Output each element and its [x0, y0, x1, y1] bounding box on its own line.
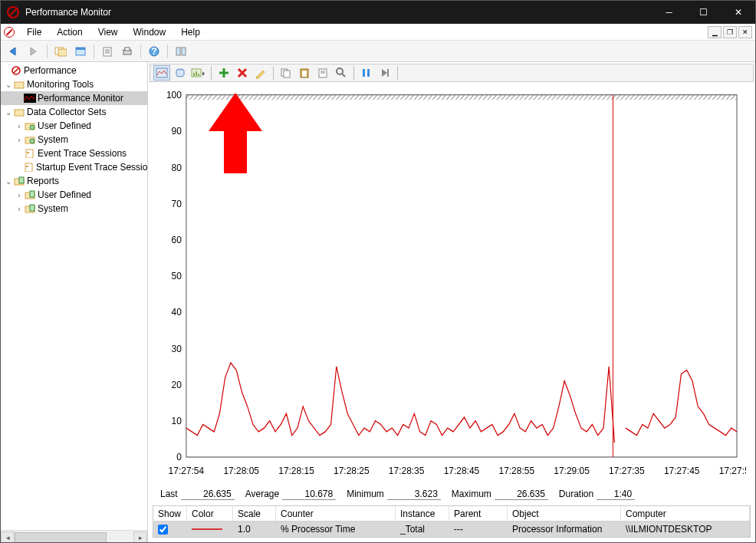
tree-monitoring-tools[interactable]: ⌄ Monitoring Tools [1, 77, 147, 91]
svg-text:17:27:53: 17:27:53 [719, 466, 746, 477]
minimize-button[interactable]: ─ [652, 1, 686, 24]
svg-text:40: 40 [172, 307, 182, 318]
tree-label: Performance Monitor [38, 93, 123, 104]
table-row[interactable]: 1.0 % Processor Time _Total --- Processo… [153, 522, 750, 537]
tree-label: User Defined [38, 120, 91, 131]
print-button[interactable] [119, 43, 136, 60]
max-label: Maximum [452, 489, 491, 499]
max-value: 26.635 [495, 489, 548, 500]
avg-value: 10.678 [282, 489, 336, 500]
view-log-button[interactable] [172, 65, 189, 81]
back-button[interactable] [5, 43, 22, 60]
menu-help[interactable]: Help [173, 25, 208, 39]
help-button[interactable]: ? [146, 43, 163, 60]
tree-performance-monitor[interactable]: Performance Monitor [1, 91, 147, 105]
mdi-controls: ▁ ❐ ✕ [708, 26, 752, 38]
svg-text:0: 0 [176, 452, 182, 463]
td-counter: % Processor Time [276, 522, 396, 537]
navigation-tree[interactable]: Performance ⌄ Monitoring Tools Performan… [1, 62, 147, 530]
dur-value: 1:40 [597, 489, 635, 500]
tree-event-trace[interactable]: Event Trace Sessions [1, 146, 147, 160]
mdi-close[interactable]: ✕ [738, 26, 752, 38]
tree-reports[interactable]: ⌄ Reports [1, 174, 147, 188]
svg-text:100: 100 [166, 90, 182, 100]
menu-bar: File Action View Window Help ▁ ❐ ✕ [1, 24, 755, 41]
th-computer[interactable]: Computer [621, 506, 750, 521]
freeze-button[interactable] [358, 65, 375, 81]
new-window-button[interactable] [72, 43, 89, 60]
stats-bar: Last 26.635 Average 10.678 Minimum 3.623… [153, 485, 751, 502]
forward-button[interactable] [25, 43, 42, 60]
scroll-right[interactable]: ▸ [133, 531, 147, 544]
close-button[interactable]: ✕ [721, 1, 755, 24]
tree-user-defined[interactable]: › User Defined [1, 119, 147, 133]
th-parent[interactable]: Parent [449, 506, 508, 521]
svg-text:17:27:45: 17:27:45 [664, 466, 700, 477]
menu-view[interactable]: View [90, 25, 126, 39]
counter-table: Show Color Scale Counter Instance Parent… [153, 505, 751, 538]
th-instance[interactable]: Instance [396, 506, 449, 521]
scroll-thumb[interactable] [15, 532, 107, 543]
menu-file[interactable]: File [19, 25, 49, 39]
maximize-button[interactable]: ☐ [686, 1, 721, 24]
view-current-button[interactable] [153, 65, 170, 81]
svg-rect-25 [25, 163, 32, 172]
update-button[interactable] [376, 65, 393, 81]
svg-rect-18 [15, 110, 24, 116]
copy-button[interactable] [278, 65, 294, 81]
tree-root[interactable]: Performance [1, 64, 147, 77]
zoom-button[interactable] [333, 65, 350, 81]
tree-startup-event-trace[interactable]: Startup Event Trace Sessions [1, 160, 147, 174]
th-scale[interactable]: Scale [233, 506, 276, 521]
mdi-minimize[interactable]: ▁ [708, 26, 721, 38]
delete-counter-button[interactable] [234, 65, 251, 81]
svg-point-46 [337, 68, 343, 74]
th-show[interactable]: Show [153, 506, 187, 521]
tree-label: User Defined [38, 189, 91, 200]
paste-button[interactable] [296, 65, 313, 81]
tree-system[interactable]: › System [1, 133, 147, 146]
svg-rect-12 [176, 48, 180, 55]
annotation-red-arrow [205, 93, 266, 179]
th-object[interactable]: Object [508, 506, 621, 521]
th-color[interactable]: Color [187, 506, 233, 521]
add-counter-button[interactable] [215, 65, 232, 81]
menu-window[interactable]: Window [126, 25, 174, 39]
svg-text:17:28:15: 17:28:15 [278, 466, 314, 477]
svg-text:90: 90 [172, 126, 182, 137]
highlight-button[interactable] [252, 65, 269, 81]
svg-text:70: 70 [172, 198, 182, 209]
svg-text:10: 10 [172, 416, 182, 427]
min-label: Minimum [347, 489, 384, 499]
show-hide-tree-button[interactable] [52, 43, 69, 60]
th-counter[interactable]: Counter [276, 506, 396, 521]
menu-action[interactable]: Action [49, 25, 90, 39]
content-pane: 010203040506070809010017:27:5417:28:0517… [148, 62, 755, 543]
properties-button[interactable] [99, 43, 116, 60]
td-scale: 1.0 [233, 522, 276, 537]
svg-text:17:28:35: 17:28:35 [389, 466, 425, 477]
split-button[interactable] [173, 43, 189, 60]
properties-icon-button[interactable] [314, 65, 331, 81]
svg-line-15 [14, 68, 18, 73]
tree-reports-user-defined[interactable]: › User Defined [1, 188, 147, 202]
svg-rect-23 [26, 150, 33, 158]
show-checkbox[interactable] [158, 525, 168, 535]
tree-label: Monitoring Tools [27, 79, 94, 90]
td-instance: _Total [396, 522, 449, 537]
svg-rect-32 [30, 205, 35, 211]
mdi-restore[interactable]: ❐ [723, 26, 737, 38]
tree-data-collector-sets[interactable]: ⌄ Data Collector Sets [1, 105, 147, 119]
scroll-left[interactable]: ◂ [1, 531, 15, 544]
svg-point-20 [30, 125, 35, 130]
tree-pane: Performance ⌄ Monitoring Tools Performan… [1, 62, 148, 543]
td-parent: --- [449, 522, 508, 537]
svg-rect-36 [193, 73, 195, 76]
tree-reports-system[interactable]: › System [1, 202, 147, 216]
svg-text:60: 60 [172, 234, 182, 245]
graph-type-button[interactable] [190, 65, 207, 81]
avg-label: Average [245, 489, 279, 499]
tree-horizontal-scrollbar[interactable]: ◂ ▸ [1, 530, 147, 543]
svg-rect-52 [186, 95, 737, 100]
svg-rect-9 [125, 48, 130, 51]
